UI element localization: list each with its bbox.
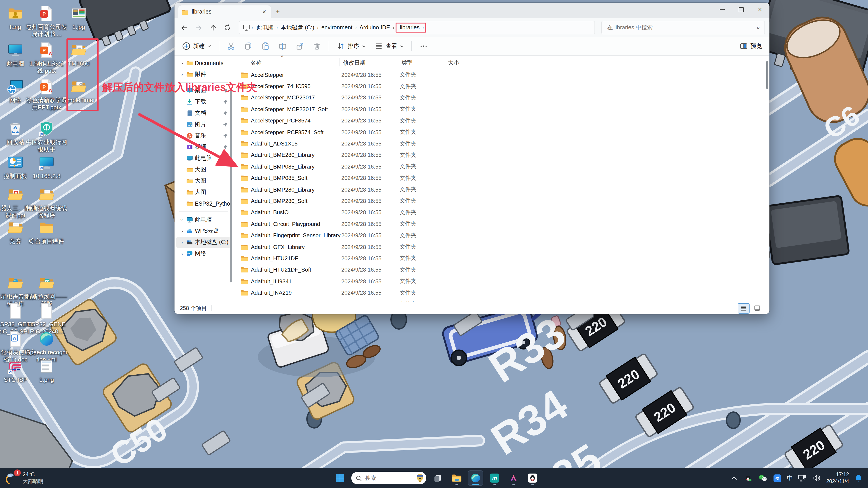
sidebar-item-文档[interactable]: 文档	[176, 107, 230, 119]
sidebar-item-图片[interactable]: 图片	[176, 119, 230, 130]
desktop-icon-folder[interactable]: 综合项目课件	[26, 219, 67, 245]
sort-button[interactable]: 排序	[333, 39, 370, 53]
chevron-icon[interactable]: ›	[180, 229, 184, 234]
desktop-icon-image[interactable]: 1.jpg	[58, 5, 99, 31]
file-row[interactable]: AccelStepper_MCP23017 2024/9/28 16:55 文件…	[232, 92, 764, 104]
rename-button[interactable]	[274, 39, 291, 53]
taskbar-app-m[interactable]: m	[487, 470, 502, 486]
file-row[interactable]: Adafruit_Circuit_Playground 2024/9/28 16…	[232, 218, 764, 230]
share-button[interactable]	[291, 39, 308, 53]
minimize-button[interactable]	[712, 3, 732, 16]
sidebar-item-大图[interactable]: 大图	[176, 175, 230, 187]
hidden-icons-chevron[interactable]	[729, 473, 739, 483]
file-row[interactable]: Adafruit_BusIO 2024/9/28 16:55 文件夹	[232, 207, 764, 218]
cut-button[interactable]	[223, 39, 239, 53]
sidebar-item-WPS云盘[interactable]: ›WPS云盘	[176, 225, 230, 237]
up-button[interactable]	[207, 22, 219, 33]
taskbar-file-explorer[interactable]	[449, 470, 464, 486]
desktop-icon-pc[interactable]: 10.168.2.8	[26, 154, 67, 180]
file-row[interactable]: Adafruit_HTU21DF_Soft 2024/9/28 16:55 文件…	[232, 264, 764, 275]
sidebar-item-下载[interactable]: 下载	[176, 96, 230, 107]
tray-dingtalk[interactable]	[772, 473, 782, 483]
ime-indicator[interactable]: 中	[787, 474, 793, 482]
start-button[interactable]	[332, 470, 348, 486]
desktop-icon-file[interactable]: ESP32_GENERIC-20240...	[26, 302, 67, 335]
tray-qq[interactable]	[743, 473, 753, 483]
tray-wechat[interactable]	[758, 473, 768, 483]
notification-bell[interactable]	[854, 473, 864, 483]
file-row[interactable]: AccelStepper 2024/9/28 16:55 文件夹	[232, 69, 764, 80]
view-button[interactable]: 查看	[371, 39, 408, 53]
sidebar-item-ESP32_Python[interactable]: ESP32_Python	[176, 198, 230, 209]
more-button[interactable]	[415, 39, 432, 53]
file-row[interactable]: AccelStepper_PCF8574 2024/9/28 16:55 文件夹	[232, 115, 764, 127]
desktop-icon-image2[interactable]: 1.png	[26, 358, 67, 383]
sidebar-item-本地磁盘 (C:)[interactable]: ›本地磁盘 (C:)	[176, 237, 230, 248]
desktop-icon-folder-gear[interactable]: SimpleTimer	[58, 78, 99, 104]
file-row[interactable]: Adafruit_ADS1X15 2024/9/28 16:55 文件夹	[232, 138, 764, 150]
preview-button[interactable]: 预览	[736, 39, 766, 53]
chevron-icon[interactable]: ›	[180, 251, 184, 256]
file-row[interactable]: Adafruit_Fingerprint_Sensor_Library 2024…	[232, 230, 764, 241]
volume-icon[interactable]	[812, 473, 822, 483]
refresh-button[interactable]	[221, 22, 233, 33]
details-view-button[interactable]	[738, 303, 749, 313]
taskbar-search-input[interactable]	[364, 475, 414, 482]
maximize-button[interactable]	[732, 3, 750, 16]
column-size[interactable]: 大小	[448, 59, 459, 67]
back-button[interactable]	[178, 22, 190, 33]
tab-close-icon[interactable]: ✕	[261, 9, 268, 15]
desktop-icon-folder-doc[interactable]: 特斯拉线圈绕线器程序	[26, 186, 67, 219]
sidebar-item-此电脑[interactable]: ›此电脑	[176, 214, 230, 225]
sidebar-item-音乐[interactable]: 音乐	[176, 130, 230, 141]
file-row[interactable]: Adafruit_BME280_Library 2024/9/28 16:55 …	[232, 149, 764, 161]
file-row[interactable]: AccelStepper_74HC595 2024/9/28 16:55 文件夹	[232, 80, 764, 92]
breadcrumb-此电脑[interactable]: 此电脑	[254, 23, 276, 32]
sidebar-item-大图[interactable]: 大图	[176, 187, 230, 198]
file-row[interactable]: AccelStepper_MCP23017_Soft 2024/9/28 16:…	[232, 103, 764, 115]
new-button[interactable]: 新建	[178, 39, 215, 53]
file-row[interactable]: Adafruit_BMP085_Soft 2024/9/28 16:55 文件夹	[232, 172, 764, 184]
sidebar-item-此电脑[interactable]: 此电脑	[176, 153, 230, 164]
desktop-icon-folder-doc[interactable]: TM1650	[58, 41, 99, 67]
tab-libraries[interactable]: libraries ✕	[178, 5, 271, 18]
breadcrumb-本地磁盘 (C:)[interactable]: 本地磁盘 (C:)	[278, 23, 317, 32]
sidebar-item-附件[interactable]: ›附件	[176, 69, 230, 80]
taskbar-search[interactable]	[351, 472, 426, 484]
taskbar-app-a[interactable]	[506, 470, 521, 486]
close-button[interactable]: ✕	[750, 3, 770, 16]
file-row[interactable]: Adafruit_BMP280_Library 2024/9/28 16:55 …	[232, 184, 764, 195]
delete-button[interactable]	[309, 39, 325, 53]
column-name[interactable]: 名称	[250, 59, 261, 67]
file-row[interactable]: Adafruit_BMP085_Library 2024/9/28 16:55 …	[232, 161, 764, 172]
desktop-icon-bank[interactable]: 中国农业银行网银助手	[26, 120, 67, 153]
file-row[interactable]: Adafruit_ILI9341 2024/9/28 16:55 文件夹	[232, 275, 764, 287]
large-icons-view-button[interactable]	[751, 303, 763, 313]
chevron-icon[interactable]: ›	[180, 240, 184, 245]
weather-widget[interactable]: 1 24°C 大部晴朗	[5, 471, 96, 485]
column-type[interactable]: 类型	[401, 59, 412, 67]
sidebar-item-网络[interactable]: ›网络	[176, 248, 230, 259]
sidebar-item-桌面[interactable]: 桌面	[176, 85, 230, 96]
paste-button[interactable]	[257, 39, 274, 53]
network-status-icon[interactable]	[797, 473, 807, 483]
sidebar-scrollbar[interactable]	[230, 88, 232, 283]
clock[interactable]: 17:12 2024/11/4	[826, 471, 849, 485]
chevron-icon[interactable]: ›	[180, 217, 184, 222]
file-row[interactable]: Adafruit_GFX_Library 2024/9/28 16:55 文件夹	[232, 241, 764, 253]
file-row[interactable]: Adafruit_INA219 2024/9/28 16:55 文件夹	[232, 287, 764, 299]
copy-button[interactable]	[240, 39, 256, 53]
file-row[interactable]: AccelStepper_PCF8574_Soft 2024/9/28 16:5…	[232, 127, 764, 138]
chevron-icon[interactable]: ›	[180, 72, 184, 77]
sidebar-item-视频[interactable]: 视频	[176, 141, 230, 153]
forward-button[interactable]	[193, 22, 204, 33]
column-date[interactable]: 修改日期	[343, 59, 365, 67]
sidebar-item-大图[interactable]: 大图	[176, 164, 230, 175]
file-row[interactable]: Adafruit_BMP280_Soft 2024/9/28 16:55 文件夹	[232, 195, 764, 207]
chevron-icon[interactable]: ›	[180, 61, 184, 66]
breadcrumb-Arduino IDE[interactable]: Arduino IDE	[358, 24, 393, 32]
breadcrumb-environment[interactable]: environment	[319, 24, 355, 32]
breadcrumb-libraries[interactable]: libraries	[398, 24, 422, 32]
taskbar-qq[interactable]	[525, 470, 540, 486]
file-list-scrollbar[interactable]	[766, 61, 768, 89]
